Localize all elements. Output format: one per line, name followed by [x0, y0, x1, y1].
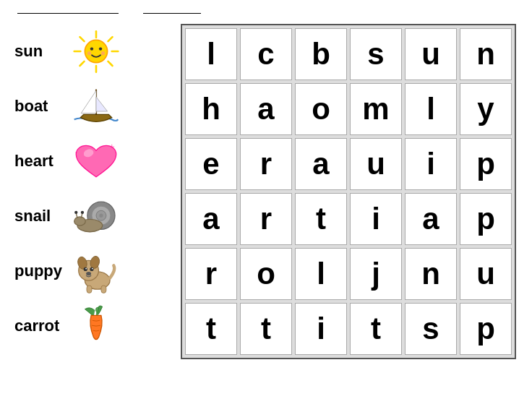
grid-cell-23: p — [460, 193, 512, 245]
svg-point-33 — [84, 267, 87, 270]
main-content: sun — [14, 24, 518, 392]
word-list: sun — [14, 24, 173, 392]
svg-point-10 — [99, 47, 102, 50]
svg-point-37 — [86, 271, 91, 275]
letter-grid: lcbsunhaomlyerauipartiaproljnuttitsp — [181, 24, 516, 359]
svg-point-36 — [92, 267, 93, 269]
svg-point-35 — [85, 267, 87, 269]
word-item-carrot: carrot — [14, 299, 173, 353]
grid-cell-28: n — [405, 248, 457, 300]
word-item-puppy: puppy — [14, 244, 173, 299]
grid-cell-20: t — [295, 193, 347, 245]
grid-cell-22: a — [405, 193, 457, 245]
grid-cell-9: m — [350, 83, 402, 135]
grid-cell-35: p — [460, 303, 512, 355]
svg-point-26 — [74, 210, 77, 213]
svg-point-28 — [81, 210, 84, 213]
grid-cell-13: r — [240, 138, 292, 190]
grid-cell-2: b — [295, 28, 347, 80]
grid-cell-14: a — [295, 138, 347, 190]
grid-cell-18: a — [185, 193, 237, 245]
word-item-boat: boat — [14, 79, 173, 134]
grid-cell-24: r — [185, 248, 237, 300]
word-item-sun: sun — [14, 24, 173, 79]
word-label-heart: heart — [14, 152, 61, 171]
sun-icon — [67, 26, 125, 77]
grid-cell-0: l — [185, 28, 237, 80]
date-field — [140, 13, 201, 14]
grid-cell-27: j — [350, 248, 402, 300]
grid-cell-10: l — [405, 83, 457, 135]
boat-icon — [67, 81, 125, 132]
snail-icon — [67, 191, 125, 241]
grid-cell-26: l — [295, 248, 347, 300]
grid-cell-8: o — [295, 83, 347, 135]
puppy-icon — [67, 246, 125, 296]
grid-cell-25: o — [240, 248, 292, 300]
grid-cell-4: u — [405, 28, 457, 80]
heart-icon — [67, 136, 125, 186]
carrot-icon — [67, 301, 125, 351]
svg-line-7 — [80, 61, 84, 65]
svg-point-8 — [85, 40, 107, 62]
grid-cell-21: i — [350, 193, 402, 245]
word-label-snail: snail — [14, 207, 61, 226]
word-label-sun: sun — [14, 42, 61, 61]
svg-point-24 — [74, 216, 86, 225]
svg-point-34 — [90, 267, 93, 270]
grid-cell-31: t — [240, 303, 292, 355]
worksheet-page: sun — [0, 0, 532, 399]
grid-cell-12: e — [185, 138, 237, 190]
grid-cell-34: s — [405, 303, 457, 355]
grid-cell-5: n — [460, 28, 512, 80]
word-label-carrot: carrot — [14, 317, 61, 335]
svg-point-9 — [90, 47, 93, 50]
svg-rect-39 — [101, 286, 106, 293]
word-label-boat: boat — [14, 97, 61, 116]
svg-line-5 — [108, 61, 112, 65]
svg-point-22 — [99, 213, 103, 217]
svg-point-12 — [101, 51, 105, 55]
grid-cell-19: r — [240, 193, 292, 245]
grid-cell-33: t — [350, 303, 402, 355]
grid-cell-16: i — [405, 138, 457, 190]
word-label-puppy: puppy — [14, 262, 61, 280]
svg-line-4 — [80, 37, 84, 41]
grid-cell-15: u — [350, 138, 402, 190]
grid-area: lcbsunhaomlyerauipartiaproljnuttitsp — [181, 24, 518, 392]
grid-cell-3: s — [350, 28, 402, 80]
grid-cell-7: a — [240, 83, 292, 135]
grid-cell-11: y — [460, 83, 512, 135]
grid-cell-29: u — [460, 248, 512, 300]
svg-line-6 — [108, 37, 112, 41]
name-field — [14, 13, 119, 14]
grid-cell-6: h — [185, 83, 237, 135]
svg-rect-38 — [87, 286, 92, 293]
name-line — [17, 13, 119, 14]
grid-cell-30: t — [185, 303, 237, 355]
grid-cell-17: p — [460, 138, 512, 190]
header — [14, 13, 518, 14]
word-item-snail: snail — [14, 189, 173, 244]
grid-cell-32: i — [295, 303, 347, 355]
svg-point-11 — [87, 51, 91, 55]
date-line — [143, 13, 201, 14]
word-item-heart: heart — [14, 134, 173, 189]
grid-cell-1: c — [240, 28, 292, 80]
